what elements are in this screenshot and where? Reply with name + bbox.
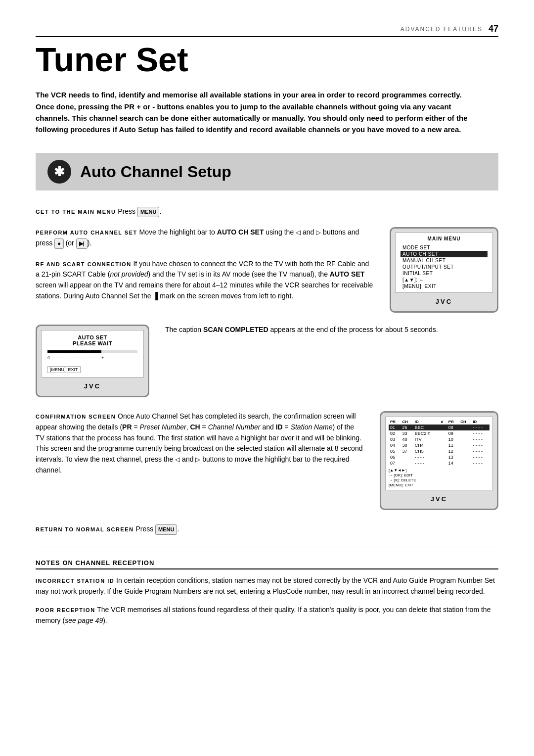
scan-area: AUTO SET PLEASE WAIT 0--------·--------·… bbox=[36, 325, 498, 397]
step-get-to-main-menu: GET TO THE MAIN MENU Press MENU. bbox=[36, 206, 498, 217]
perform-auto-section: PERFORM AUTO CHANNEL SET Move the highli… bbox=[36, 227, 498, 313]
arrow-right-icon: ▷ bbox=[316, 228, 321, 237]
table-row: 03 40 ITV 10 - - - - bbox=[389, 436, 490, 442]
autoset-brand: JVC bbox=[41, 380, 144, 392]
note-label-incorrect: INCORRECT STATION ID bbox=[36, 578, 114, 584]
table-row: 06 - - - - 13 - - - - bbox=[389, 454, 490, 460]
step-label-get-main-menu: GET TO THE MAIN MENU bbox=[36, 209, 116, 215]
table-row: 01 26 BBC 08 - - - - bbox=[389, 425, 490, 430]
tv-screen-inner-main-menu: MAIN MENU MODE SET AUTO CH SET MANUAL CH… bbox=[395, 233, 493, 293]
menu-button-icon: MENU bbox=[137, 207, 159, 217]
tv-menu-item-output-input: OUTPUT/INPUT SET bbox=[400, 264, 488, 270]
confirm-table: PR CH ID ≠ PR CH ID 01 bbox=[389, 419, 490, 466]
scan-text: The caption SCAN COMPLETED appears at th… bbox=[165, 325, 498, 335]
tv-menu-item-mode-set: MODE SET bbox=[400, 244, 488, 251]
confirm-area: CONFIRMATION SCREEN Once Auto Channel Se… bbox=[36, 411, 498, 510]
step-label-confirm: CONFIRMATION SCREEN bbox=[36, 414, 116, 420]
main-menu-screen: MAIN MENU MODE SET AUTO CH SET MANUAL CH… bbox=[390, 227, 498, 313]
autoset-exit-btn: [MENU]: EXIT bbox=[47, 364, 137, 373]
table-row: 02 33 BBC2 ≠ 09 - - - - bbox=[389, 430, 490, 436]
col-id: ID bbox=[413, 419, 440, 425]
col-pr: PR bbox=[389, 419, 401, 425]
tv-outer-main-menu: MAIN MENU MODE SET AUTO CH SET MANUAL CH… bbox=[390, 227, 498, 313]
scan-caption: The caption SCAN COMPLETED appears at th… bbox=[165, 325, 498, 335]
table-row: 07 - - - - 14 - - - - bbox=[389, 460, 490, 466]
confirm-inner: PR CH ID ≠ PR CH ID 01 bbox=[385, 417, 493, 490]
step-label-perform-auto: PERFORM AUTO CHANNEL SET bbox=[36, 230, 137, 236]
tv-menu-item-nav: [▲▼]: ← bbox=[400, 277, 488, 283]
intro-paragraph: The VCR needs to find, identify and memo… bbox=[36, 89, 481, 135]
tv-menu-item-manual-ch-set: MANUAL CH SET bbox=[400, 257, 488, 264]
confirm-screen-container: PR CH ID ≠ PR CH ID 01 bbox=[380, 411, 498, 510]
tv-menu-item-initial-set: INITIAL SET bbox=[400, 270, 488, 277]
note-incorrect-station: INCORRECT STATION ID In certain receptio… bbox=[36, 575, 498, 597]
arrow-left-icon: ◁ bbox=[296, 228, 301, 237]
ok-button-icon: ● bbox=[54, 238, 64, 249]
note-label-poor: POOR RECEPTION bbox=[36, 607, 95, 613]
notes-section: NOTES ON CHANNEL RECEPTION INCORRECT STA… bbox=[36, 559, 498, 626]
table-row: 04 30 CH4 11 - - - - bbox=[389, 442, 490, 448]
col-spacer: ≠ bbox=[440, 419, 447, 425]
autoset-title: AUTO SET PLEASE WAIT bbox=[47, 334, 137, 346]
arrow-left-icon-2: ◁ bbox=[175, 455, 180, 465]
confirm-brand: JVC bbox=[385, 493, 493, 505]
play-skip-icon: ▶| bbox=[76, 238, 88, 249]
divider bbox=[36, 547, 498, 547]
col-ch2: CH bbox=[459, 419, 471, 425]
page-header: ADVANCED FEATURES 47 bbox=[36, 24, 498, 37]
autoset-progress-bar-container bbox=[47, 350, 137, 353]
confirm-footer: [▲▼◄►] → [OK]: EDIT → [X]: DELETE [MENU]… bbox=[389, 468, 490, 487]
tv-brand-main-menu: JVC bbox=[395, 296, 493, 307]
confirm-table-header: PR CH ID ≠ PR CH ID bbox=[389, 419, 490, 425]
autoset-screen-container: AUTO SET PLEASE WAIT 0--------·--------·… bbox=[36, 325, 149, 397]
autoset-inner: AUTO SET PLEASE WAIT 0--------·--------·… bbox=[41, 330, 144, 378]
page-number: 47 bbox=[489, 24, 498, 34]
note-poor-reception: POOR RECEPTION The VCR memorises all sta… bbox=[36, 605, 498, 626]
confirm-text: CONFIRMATION SCREEN Once Auto Channel Se… bbox=[36, 411, 364, 485]
step-perform-auto: PERFORM AUTO CHANNEL SET Move the highli… bbox=[36, 227, 374, 249]
step-label-return: RETURN TO NORMAL SCREEN bbox=[36, 526, 134, 532]
perform-auto-text: PERFORM AUTO CHANNEL SET Move the highli… bbox=[36, 227, 374, 313]
autoset-dots: 0--------·--------·--------+ bbox=[47, 355, 137, 360]
page-title: Tuner Set bbox=[36, 42, 498, 77]
tv-menu-item-auto-ch-set: AUTO CH SET bbox=[400, 251, 488, 257]
star-icon: ✱ bbox=[47, 160, 71, 184]
autoset-progress-bar bbox=[47, 350, 101, 353]
step-confirmation: CONFIRMATION SCREEN Once Auto Channel Se… bbox=[36, 411, 364, 475]
table-row: 05 37 CH5 12 - - - - bbox=[389, 448, 490, 454]
section-label: ADVANCED FEATURES bbox=[400, 26, 483, 33]
step-return-to-normal: RETURN TO NORMAL SCREEN Press MENU. bbox=[36, 524, 498, 535]
notes-title: NOTES ON CHANNEL RECEPTION bbox=[36, 559, 498, 569]
arrow-right-icon-2: ▷ bbox=[195, 455, 200, 465]
confirm-screen: PR CH ID ≠ PR CH ID 01 bbox=[380, 411, 498, 510]
col-pr2: PR bbox=[447, 419, 459, 425]
tv-menu-item-exit: [MENU]: EXIT bbox=[400, 283, 488, 289]
page: ADVANCED FEATURES 47 Tuner Set The VCR n… bbox=[0, 0, 534, 756]
section-title: Auto Channel Setup bbox=[80, 163, 231, 181]
section-header: ✱ Auto Channel Setup bbox=[36, 153, 498, 190]
col-id2: ID bbox=[471, 419, 490, 425]
step-rf-scart: RF AND SCART CONNECTION If you have chos… bbox=[36, 259, 374, 302]
col-ch: CH bbox=[401, 419, 413, 425]
autoset-screen: AUTO SET PLEASE WAIT 0--------·--------·… bbox=[36, 325, 149, 397]
menu-button-icon-2: MENU bbox=[155, 524, 177, 535]
tv-menu-title: MAIN MENU bbox=[400, 236, 488, 241]
step-label-rf-scart: RF AND SCART CONNECTION bbox=[36, 261, 132, 267]
